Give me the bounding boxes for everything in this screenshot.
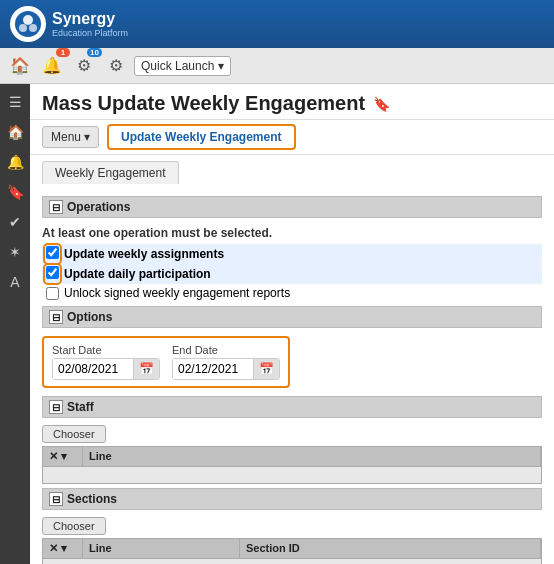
home-icon[interactable]: 🏠 bbox=[6, 52, 34, 80]
checkbox-row-daily: Update daily participation bbox=[42, 264, 542, 284]
sections-col-x: ✕ ▾ bbox=[43, 539, 83, 558]
sidebar-icon-alpha[interactable]: A bbox=[1, 268, 29, 296]
sections-label: Sections bbox=[67, 492, 117, 506]
page-title-bar: Mass Update Weekly Engagement 🔖 bbox=[30, 84, 554, 120]
staff-label: Staff bbox=[67, 400, 94, 414]
sections-col-line: Line bbox=[83, 539, 240, 558]
staff-expand-icon[interactable]: ⊟ bbox=[49, 400, 63, 414]
sidebar-icon-bookmark[interactable]: 🔖 bbox=[1, 178, 29, 206]
active-tab[interactable]: Update Weekly Engagement bbox=[107, 124, 296, 150]
options-label: Options bbox=[67, 310, 112, 324]
start-date-calendar-button[interactable]: 📅 bbox=[133, 359, 159, 379]
staff-x-icon: ✕ bbox=[49, 450, 58, 462]
checkbox-daily-participation[interactable] bbox=[46, 266, 59, 279]
staff-col-line: Line bbox=[83, 447, 541, 466]
svg-point-1 bbox=[23, 15, 33, 25]
options-section-header: ⊟ Options bbox=[42, 306, 542, 328]
sidebar-icon-menu[interactable]: ☰ bbox=[1, 88, 29, 116]
staff-grid-body bbox=[42, 466, 542, 484]
quick-launch-label: Quick Launch bbox=[141, 59, 214, 73]
alert-badge-wrap: 🔔 1 bbox=[38, 52, 66, 80]
start-date-group: Start Date 📅 bbox=[52, 344, 160, 380]
menu-label: Menu bbox=[51, 130, 81, 144]
end-date-calendar-button[interactable]: 📅 bbox=[253, 359, 279, 379]
svg-point-2 bbox=[19, 24, 27, 32]
checkbox-weekly-wrap bbox=[46, 246, 59, 262]
header-bar: Synergy Education Platform bbox=[0, 0, 554, 48]
operations-section-header: ⊟ Operations bbox=[42, 196, 542, 218]
checkbox-unlock-label: Unlock signed weekly engagement reports bbox=[64, 286, 290, 300]
sections-chooser-button[interactable]: Chooser bbox=[42, 517, 106, 535]
sections-section-header: ⊟ Sections bbox=[42, 488, 542, 510]
settings-icon[interactable]: ⚙ bbox=[102, 52, 130, 80]
checkbox-unlock-reports[interactable] bbox=[46, 287, 59, 300]
end-date-input[interactable] bbox=[173, 359, 253, 379]
start-date-input-wrap: 📅 bbox=[52, 358, 160, 380]
sidebar-icon-home[interactable]: 🏠 bbox=[1, 118, 29, 146]
page-bookmark-icon[interactable]: 🔖 bbox=[373, 96, 390, 112]
staff-chooser-button[interactable]: Chooser bbox=[42, 425, 106, 443]
operations-expand-icon[interactable]: ⊟ bbox=[49, 200, 63, 214]
app-subtitle: Education Platform bbox=[52, 28, 128, 38]
end-date-group: End Date 📅 bbox=[172, 344, 280, 380]
notif-badge-wrap: ⚙ 10 bbox=[70, 52, 98, 80]
operations-required-text: At least one operation must be selected. bbox=[42, 222, 542, 244]
main-layout: ☰ 🏠 🔔 🔖 ✔ ✶ A Mass Update Weekly Engagem… bbox=[0, 84, 554, 564]
app-name: Synergy bbox=[52, 10, 128, 28]
quick-launch-dropdown[interactable]: Quick Launch ▾ bbox=[134, 56, 231, 76]
tabs-area: Weekly Engagement bbox=[30, 155, 554, 184]
alert-badge: 1 bbox=[56, 48, 70, 57]
sections-x-icon: ✕ bbox=[49, 542, 58, 554]
logo-text-area: Synergy Education Platform bbox=[52, 10, 128, 38]
start-date-label: Start Date bbox=[52, 344, 160, 356]
sections-grid-header: ✕ ▾ Line Section ID bbox=[42, 538, 542, 558]
sections-col-section-id: Section ID bbox=[240, 539, 541, 558]
start-date-input[interactable] bbox=[53, 359, 133, 379]
checkbox-row-unlock: Unlock signed weekly engagement reports bbox=[42, 284, 542, 302]
logo-area: Synergy Education Platform bbox=[10, 6, 128, 42]
end-date-label: End Date bbox=[172, 344, 280, 356]
nav-bar: 🏠 🔔 1 ⚙ 10 ⚙ Quick Launch ▾ bbox=[0, 48, 554, 84]
content-area: ⊟ Operations At least one operation must… bbox=[30, 184, 554, 564]
menu-chevron-icon: ▾ bbox=[84, 130, 90, 144]
menu-bar: Menu ▾ Update Weekly Engagement bbox=[30, 120, 554, 155]
sidebar-icon-bell[interactable]: 🔔 bbox=[1, 148, 29, 176]
staff-grid-header: ✕ ▾ Line bbox=[42, 446, 542, 466]
checkbox-weekly-assignments[interactable] bbox=[46, 246, 59, 259]
operations-label: Operations bbox=[67, 200, 130, 214]
options-expand-icon[interactable]: ⊟ bbox=[49, 310, 63, 324]
sidebar-icon-check[interactable]: ✔ bbox=[1, 208, 29, 236]
checkbox-weekly-label: Update weekly assignments bbox=[64, 247, 224, 261]
tab-weekly-engagement[interactable]: Weekly Engagement bbox=[42, 161, 179, 184]
sidebar: ☰ 🏠 🔔 🔖 ✔ ✶ A bbox=[0, 84, 30, 564]
chevron-down-icon: ▾ bbox=[218, 59, 224, 73]
sections-chooser-row: Chooser bbox=[42, 514, 542, 538]
main-content: Mass Update Weekly Engagement 🔖 Menu ▾ U… bbox=[30, 84, 554, 564]
staff-chooser-row: Chooser bbox=[42, 422, 542, 446]
checkbox-daily-wrap bbox=[46, 266, 59, 282]
end-date-input-wrap: 📅 bbox=[172, 358, 280, 380]
notif-badge: 10 bbox=[87, 48, 102, 57]
checkbox-row-weekly: Update weekly assignments bbox=[42, 244, 542, 264]
sections-grid-body bbox=[42, 558, 542, 564]
svg-point-3 bbox=[29, 24, 37, 32]
staff-section-header: ⊟ Staff bbox=[42, 396, 542, 418]
sections-expand-icon[interactable]: ⊟ bbox=[49, 492, 63, 506]
staff-col-x: ✕ ▾ bbox=[43, 447, 83, 466]
dates-container: Start Date 📅 End Date 📅 bbox=[42, 332, 542, 392]
menu-button[interactable]: Menu ▾ bbox=[42, 126, 99, 148]
sidebar-icon-star[interactable]: ✶ bbox=[1, 238, 29, 266]
logo-icon bbox=[10, 6, 46, 42]
date-fields-highlighted: Start Date 📅 End Date 📅 bbox=[42, 336, 290, 388]
checkbox-daily-label: Update daily participation bbox=[64, 267, 211, 281]
page-title: Mass Update Weekly Engagement bbox=[42, 92, 365, 115]
